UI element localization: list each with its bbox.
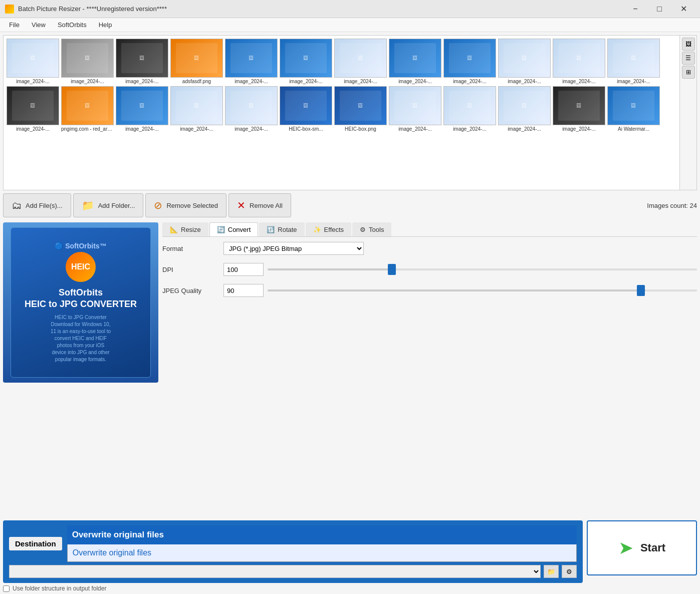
gallery-item[interactable]: 🖼image_2024-... bbox=[61, 39, 114, 84]
effects-tab-label: Effects bbox=[324, 226, 344, 233]
sidebar-image-btn[interactable]: 🖼 bbox=[682, 38, 695, 51]
gallery-label: image_2024-... bbox=[7, 79, 59, 84]
gallery-item[interactable]: 🖼image_2024-... bbox=[553, 39, 605, 84]
gallery-item[interactable]: 🖼image_2024-... bbox=[389, 39, 441, 84]
menu-view[interactable]: View bbox=[27, 20, 51, 30]
gallery-label: image_2024-... bbox=[389, 79, 441, 84]
gallery-label: image_2024-... bbox=[225, 79, 278, 84]
start-panel[interactable]: ➤ Start bbox=[587, 520, 697, 575]
add-files-button[interactable]: 🗂 Add File(s)... bbox=[3, 193, 71, 217]
maximize-button[interactable]: □ bbox=[648, 1, 671, 17]
gallery-item[interactable]: 🖼Ai Watermar... bbox=[607, 86, 660, 132]
gallery-label: image_2024-... bbox=[443, 79, 496, 84]
format-label: Format bbox=[162, 245, 217, 252]
format-row: Format JPG (*.jpg) JPEG Bitmap PNG (*.pn… bbox=[162, 242, 697, 255]
menu-file[interactable]: File bbox=[4, 20, 25, 30]
gallery-thumb: 🖼 bbox=[170, 39, 223, 78]
gallery-label: image_2024-... bbox=[553, 126, 605, 132]
add-folder-label: Add Folder... bbox=[98, 202, 135, 209]
overwrite-selected[interactable]: Overwrite original files bbox=[67, 525, 577, 544]
destination-settings-btn[interactable]: ⚙ bbox=[562, 565, 577, 578]
gallery-item[interactable]: 🖼image_2024-... bbox=[116, 39, 168, 84]
gallery-item[interactable]: 🖼HEIC-box-sm... bbox=[280, 86, 332, 132]
remove-all-icon: ✕ bbox=[237, 199, 246, 211]
tab-tools[interactable]: ⚙ Tools bbox=[352, 222, 391, 236]
add-folder-button[interactable]: 📁 Add Folder... bbox=[73, 193, 144, 217]
sidebar-list-btn[interactable]: ☰ bbox=[682, 52, 695, 65]
close-button[interactable]: ✕ bbox=[672, 1, 695, 17]
gallery-item[interactable]: 🖼image_2024-... bbox=[498, 86, 551, 132]
gallery-label: image_2024-... bbox=[280, 79, 332, 84]
resize-tab-label: Resize bbox=[181, 226, 201, 233]
gallery-thumb: 🖼 bbox=[389, 86, 441, 125]
gallery-label: image_2024-... bbox=[225, 126, 278, 132]
gallery-thumb: 🖼 bbox=[607, 86, 660, 125]
dpi-slider-track[interactable] bbox=[268, 268, 697, 270]
gallery-item[interactable]: 🖼image_2024-... bbox=[7, 39, 59, 84]
gallery-item[interactable]: 🖼HEIC-box.png bbox=[334, 86, 387, 132]
overwrite-dropdown[interactable]: Overwrite original files Overwrite origi… bbox=[67, 525, 577, 562]
tab-rotate[interactable]: 🔃 Rotate bbox=[259, 222, 304, 236]
gallery-label: image_2024-... bbox=[334, 79, 387, 84]
gallery-label: image_2024-... bbox=[389, 126, 441, 132]
gallery-item[interactable]: 🖼image_2024-... bbox=[7, 86, 59, 132]
checkbox-row: Use folder structure in output folder bbox=[0, 583, 700, 594]
gallery-label: image_2024-... bbox=[170, 126, 223, 132]
jpeg-quality-control bbox=[223, 284, 697, 297]
jpeg-quality-slider-track[interactable] bbox=[268, 289, 697, 291]
tab-convert[interactable]: 🔄 Convert bbox=[209, 222, 259, 236]
gallery-label: image_2024-... bbox=[443, 126, 496, 132]
gallery-thumb: 🖼 bbox=[170, 86, 223, 125]
jpeg-quality-label: JPEG Quality bbox=[162, 287, 217, 294]
sidebar-grid-btn[interactable]: ⊞ bbox=[682, 66, 695, 79]
gallery-item[interactable]: 🖼image_2024-... bbox=[553, 86, 605, 132]
gallery-item[interactable]: 🖼image_2024-... bbox=[443, 86, 496, 132]
dpi-row: DPI bbox=[162, 263, 697, 276]
gallery-item[interactable]: 🖼image_2024-... bbox=[170, 86, 223, 132]
overwrite-option[interactable]: Overwrite original files bbox=[68, 544, 576, 561]
dpi-slider-thumb[interactable] bbox=[388, 264, 396, 275]
destination-folder-btn[interactable]: 📁 bbox=[544, 565, 559, 578]
tab-resize[interactable]: 📐 Resize bbox=[162, 222, 208, 236]
folder-structure-checkbox[interactable] bbox=[3, 585, 10, 592]
jpeg-quality-input[interactable] bbox=[223, 284, 264, 297]
gallery-item[interactable]: 🖼adsfasdf.png bbox=[170, 39, 223, 84]
gallery-label: HEIC-box.png bbox=[334, 126, 387, 132]
gallery-item[interactable]: 🖼image_2024-... bbox=[116, 86, 168, 132]
gallery-item[interactable]: 🖼image_2024-... bbox=[498, 39, 551, 84]
effects-tab-icon: ✨ bbox=[313, 226, 321, 233]
product-logo: 🔵 SoftOrbits™ bbox=[55, 242, 106, 250]
gallery-area[interactable]: 🖼image_2024-...🖼image_2024-...🖼image_202… bbox=[3, 35, 697, 190]
menu-softorbits[interactable]: SoftOrbits bbox=[53, 20, 92, 30]
jpeg-quality-slider-thumb[interactable] bbox=[637, 285, 645, 296]
destination-path-select[interactable] bbox=[9, 565, 541, 578]
gallery-label: image_2024-... bbox=[498, 126, 551, 132]
format-select[interactable]: JPG (*.jpg) JPEG Bitmap PNG (*.png) Port… bbox=[223, 242, 364, 255]
remove-selected-button[interactable]: ⊘ Remove Selected bbox=[145, 193, 226, 217]
gallery-thumb: 🖼 bbox=[7, 39, 59, 78]
gallery-sidebar: 🖼 ☰ ⊞ bbox=[679, 36, 696, 190]
gallery-item[interactable]: 🖼image_2024-... bbox=[334, 39, 387, 84]
remove-all-button[interactable]: ✕ Remove All bbox=[228, 193, 291, 217]
remove-all-label: Remove All bbox=[250, 202, 283, 209]
gallery-thumb: 🖼 bbox=[225, 86, 278, 125]
gallery-item[interactable]: 🖼image_2024-... bbox=[280, 39, 332, 84]
gallery-grid: 🖼image_2024-...🖼image_2024-...🖼image_202… bbox=[4, 36, 696, 135]
content-area: 🔵 SoftOrbits™ HEIC SoftOrbitsHEIC to JPG… bbox=[0, 220, 700, 520]
dpi-input[interactable] bbox=[223, 263, 264, 276]
menu-help[interactable]: Help bbox=[94, 20, 117, 30]
gallery-item[interactable]: 🖼image_2024-... bbox=[607, 39, 660, 84]
title-bar-text: Batch Picture Resizer - ****Unregistered… bbox=[18, 5, 624, 13]
gallery-item[interactable]: 🖼image_2024-... bbox=[225, 39, 278, 84]
gallery-item[interactable]: 🖼image_2024-... bbox=[225, 86, 278, 132]
app-icon bbox=[5, 5, 14, 14]
gallery-item[interactable]: 🖼pngimg.com - red_arrow_PN... bbox=[61, 86, 114, 132]
start-label: Start bbox=[640, 541, 665, 554]
gallery-item[interactable]: 🖼image_2024-... bbox=[443, 39, 496, 84]
convert-tab-icon: 🔄 bbox=[217, 226, 225, 233]
minimize-button[interactable]: − bbox=[624, 1, 647, 17]
product-description: HEIC to JPG Converter Download for Windo… bbox=[51, 314, 111, 363]
gallery-thumb: 🖼 bbox=[443, 86, 496, 125]
gallery-item[interactable]: 🖼image_2024-... bbox=[389, 86, 441, 132]
tab-effects[interactable]: ✨ Effects bbox=[306, 222, 352, 236]
